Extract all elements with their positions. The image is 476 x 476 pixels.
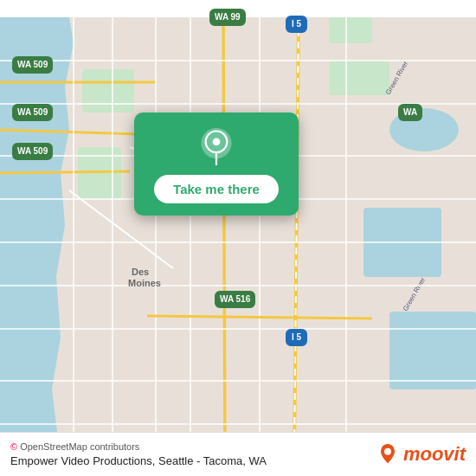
svg-text:Des: Des bbox=[132, 267, 149, 277]
moovit-logo: moovit bbox=[377, 443, 466, 466]
moovit-pin-icon bbox=[377, 444, 398, 465]
map-background: Green River Green River bbox=[0, 0, 476, 476]
take-me-there-button[interactable]: Take me there bbox=[154, 175, 279, 203]
highway-badge-wa509-3: WA 509 bbox=[12, 143, 53, 160]
svg-rect-1 bbox=[82, 69, 134, 113]
highway-badge-wa516: WA 516 bbox=[215, 291, 255, 308]
svg-rect-5 bbox=[389, 312, 476, 389]
highway-badge-wa509-2: WA 509 bbox=[12, 104, 53, 121]
location-card: Take me there bbox=[134, 113, 299, 215]
moovit-brand-text: moovit bbox=[403, 443, 466, 466]
svg-line-15 bbox=[0, 171, 130, 173]
highway-badge-wa509-1: WA 509 bbox=[12, 56, 53, 74]
svg-rect-7 bbox=[329, 17, 372, 43]
highway-badge-wa-east: WA bbox=[398, 104, 422, 121]
svg-point-39 bbox=[384, 448, 391, 455]
bottom-bar: © OpenStreetMap contributors Empower Vid… bbox=[0, 432, 476, 476]
svg-text:Moines: Moines bbox=[128, 278, 161, 288]
bottom-left: © OpenStreetMap contributors Empower Vid… bbox=[10, 441, 267, 467]
osm-credit: © OpenStreetMap contributors bbox=[10, 441, 267, 452]
location-name: Empower Video Productions, Seattle - Tac… bbox=[10, 454, 267, 467]
svg-rect-3 bbox=[329, 61, 389, 95]
location-pin-icon bbox=[197, 128, 235, 166]
highway-badge-wa99: WA 99 bbox=[209, 9, 246, 26]
svg-line-12 bbox=[223, 17, 225, 459]
map-container: Green River Green River bbox=[0, 0, 476, 476]
highway-badge-i5-south: I 5 bbox=[286, 329, 307, 346]
highway-badge-i5-north: I 5 bbox=[286, 16, 307, 33]
svg-point-38 bbox=[213, 138, 221, 145]
